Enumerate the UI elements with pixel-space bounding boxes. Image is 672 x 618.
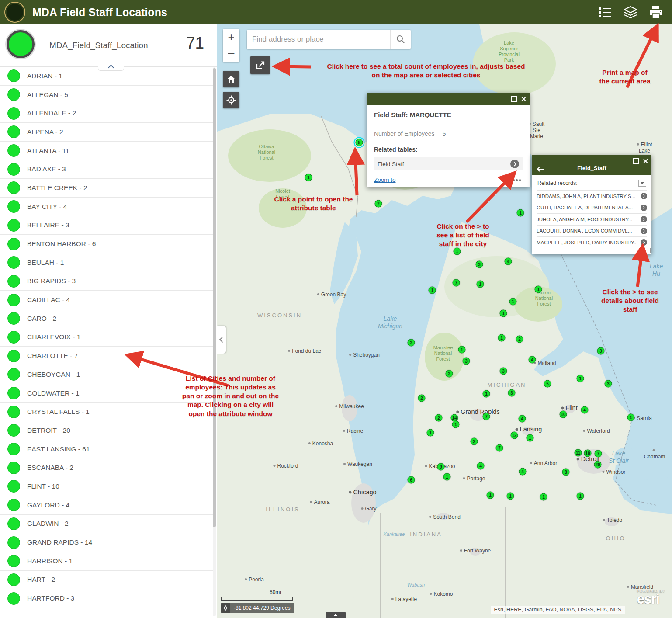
crosshair-icon[interactable] <box>221 603 230 613</box>
my-location-button[interactable] <box>223 92 239 108</box>
employee-count-marker[interactable]: 10 <box>560 411 567 418</box>
print-icon[interactable] <box>648 5 663 20</box>
employee-count-marker[interactable]: 1 <box>540 493 547 501</box>
city-list-item[interactable]: BAY CITY - 4 <box>0 198 213 216</box>
employee-count-marker[interactable]: 18 <box>584 450 592 457</box>
employee-count-marker[interactable]: 7 <box>453 279 460 287</box>
city-list-item[interactable]: HARTFORD - 3 <box>0 589 213 608</box>
employee-count-marker[interactable]: 5 <box>544 380 551 388</box>
employee-count-marker[interactable]: 8 <box>562 469 570 476</box>
employee-count-marker[interactable]: 7 <box>483 413 490 420</box>
employee-count-marker[interactable]: 4 <box>477 462 485 470</box>
employee-count-marker[interactable]: 11 <box>575 449 582 457</box>
city-list-item[interactable]: BELLAIRE - 3 <box>0 216 213 235</box>
employee-count-marker[interactable]: 2 <box>471 438 478 445</box>
search-button[interactable] <box>390 30 411 49</box>
city-list-item[interactable]: CADILLAC - 4 <box>0 291 213 309</box>
related-record-row[interactable]: DIDDAMS, JOHN A, PLANT INDUSTRY S... <box>537 190 647 202</box>
city-list-item[interactable]: BIG RAPIDS - 3 <box>0 272 213 291</box>
employee-count-marker[interactable]: 2 <box>408 339 415 347</box>
city-list-item[interactable]: GLADWIN - 2 <box>0 515 213 534</box>
more-options-icon[interactable] <box>513 179 523 181</box>
employee-count-marker[interactable]: 1 <box>429 287 436 294</box>
city-list-item[interactable]: ESCANABA - 2 <box>0 458 213 477</box>
record-detail-button[interactable] <box>641 205 647 211</box>
employee-count-widget-button[interactable] <box>250 56 270 74</box>
employee-count-marker[interactable]: 1 <box>443 473 451 481</box>
city-list-item[interactable]: BEULAH - 1 <box>0 253 213 272</box>
employee-count-marker[interactable]: 3 <box>476 261 483 268</box>
employee-count-marker[interactable]: 3 <box>597 347 605 355</box>
employee-count-marker[interactable]: 1 <box>535 286 542 293</box>
zoom-in-button[interactable]: + <box>223 29 239 45</box>
employee-count-marker[interactable]: 7 <box>496 444 503 452</box>
city-list-item[interactable]: HART - 2 <box>0 571 213 590</box>
employee-count-marker[interactable]: 12 <box>511 432 518 439</box>
city-list-item[interactable]: HARRISON - 1 <box>0 552 213 571</box>
employee-count-marker[interactable]: 4 <box>505 258 512 265</box>
employee-count-marker[interactable]: 1 <box>507 493 514 500</box>
dropdown-button[interactable] <box>638 180 646 187</box>
close-icon[interactable] <box>521 97 526 101</box>
employee-count-marker[interactable]: 3 <box>605 380 612 388</box>
layers-icon[interactable] <box>623 5 638 20</box>
city-list-item[interactable]: ATLANTA - 11 <box>0 142 213 160</box>
employee-count-marker[interactable]: 2 <box>435 414 443 422</box>
city-list-item[interactable]: BAD AXE - 3 <box>0 160 213 179</box>
employee-count-marker[interactable]: 1 <box>527 434 534 442</box>
maximize-icon[interactable] <box>511 96 517 102</box>
related-record-row[interactable]: GUTH, RACHAEL A, DEPARTMENTAL A... <box>537 202 647 214</box>
employee-count-marker[interactable]: 1 <box>305 174 312 181</box>
employee-count-marker[interactable]: 4 <box>519 468 527 476</box>
employee-count-marker[interactable]: 1 <box>509 298 517 306</box>
city-list-item[interactable]: GRAND RAPIDS - 14 <box>0 533 213 552</box>
sidebar-scrollbar[interactable] <box>213 67 216 616</box>
city-list-item[interactable]: BENTON HARBOR - 6 <box>0 235 213 253</box>
sidebar-collapse-handle[interactable] <box>217 326 226 354</box>
employee-count-marker[interactable]: 2 <box>446 370 453 378</box>
zoom-to-link[interactable]: Zoom to <box>374 177 396 183</box>
employee-count-marker[interactable]: 4 <box>581 406 589 414</box>
record-detail-button[interactable] <box>641 239 647 246</box>
related-table-row[interactable]: Field Staff <box>374 157 523 170</box>
city-list-item[interactable]: FLINT - 10 <box>0 477 213 496</box>
scrollbar-thumb[interactable] <box>213 68 216 527</box>
employee-count-marker[interactable]: 1 <box>483 390 490 398</box>
employee-count-marker[interactable]: 3 <box>463 358 470 365</box>
home-extent-button[interactable] <box>223 71 239 87</box>
zoom-out-button[interactable]: − <box>223 45 239 62</box>
employee-count-marker[interactable]: 1 <box>500 310 507 317</box>
open-related-table-button[interactable] <box>510 160 519 168</box>
employee-count-marker[interactable]: 1 <box>627 414 635 421</box>
legend-icon[interactable] <box>598 5 613 20</box>
related-record-row[interactable]: JUHOLA, ANGELA M, FOOD INDUSTRY... <box>537 213 647 225</box>
city-list-item[interactable]: CHARLOTTE - 7 <box>0 347 213 365</box>
city-list-item[interactable]: ALLEGAN - 5 <box>0 86 213 104</box>
city-list-item[interactable]: BATTLE CREEK - 2 <box>0 179 213 198</box>
record-detail-button[interactable] <box>641 216 647 222</box>
employee-count-marker[interactable]: 1 <box>577 375 584 382</box>
employee-count-marker[interactable]: 1 <box>454 248 461 255</box>
resize-handle[interactable] <box>645 248 651 253</box>
search-input[interactable] <box>247 31 390 48</box>
related-record-row[interactable]: LACOURT, DONNA , ECON COMM DVL... <box>537 225 647 237</box>
city-list-item[interactable]: CARO - 2 <box>0 309 213 328</box>
city-list-item[interactable]: EAST LANSING - 61 <box>0 440 213 459</box>
employee-count-marker[interactable]: 6 <box>408 476 415 484</box>
employee-count-marker[interactable]: 3 <box>500 368 507 375</box>
employee-count-marker[interactable]: 4 <box>519 415 526 423</box>
employee-count-marker[interactable]: 20 <box>594 461 602 469</box>
city-list-item[interactable]: DETROIT - 20 <box>0 421 213 440</box>
employee-count-marker[interactable]: 1 <box>487 492 494 499</box>
employee-count-marker[interactable]: 3 <box>508 389 516 397</box>
employee-count-marker[interactable]: 2 <box>375 200 382 208</box>
attribute-table-open-tab[interactable] <box>326 612 346 618</box>
employee-count-marker[interactable]: 4 <box>529 356 536 364</box>
employee-count-marker[interactable]: 2 <box>516 336 523 343</box>
record-detail-button[interactable] <box>641 193 647 199</box>
employee-count-marker[interactable]: 1 <box>452 421 460 428</box>
employee-count-marker[interactable]: 1 <box>458 346 466 354</box>
employee-count-marker[interactable]: 1 <box>477 281 484 288</box>
employee-count-marker[interactable]: 5 <box>356 139 363 146</box>
employee-count-marker[interactable]: 7 <box>595 450 602 458</box>
